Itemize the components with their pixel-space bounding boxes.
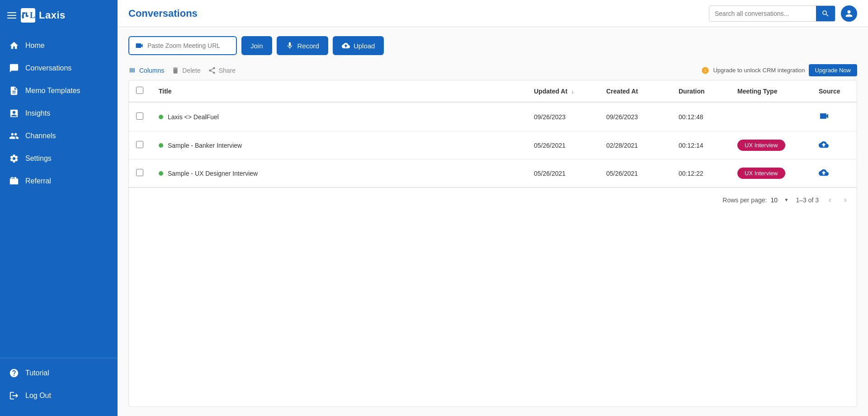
- upgrade-now-label: Upgrade Now: [815, 67, 851, 74]
- row-source: [811, 131, 857, 159]
- columns-label: Columns: [139, 67, 164, 74]
- rows-per-page: Rows per page: 102550100: [722, 196, 788, 204]
- table-toolbar: Columns Delete Share Upgrade to unlock C…: [128, 64, 857, 76]
- sidebar-item-channels[interactable]: Channels: [0, 125, 118, 147]
- info-icon: [701, 66, 709, 75]
- row-created-at: 09/26/2023: [599, 102, 671, 131]
- content-area: Join Record Upload Columns Delete: [118, 27, 868, 416]
- delete-button[interactable]: Delete: [171, 66, 200, 75]
- logo-area: L L Laxis: [21, 8, 66, 23]
- row-title: Sample - UX Designer Interview: [168, 170, 258, 177]
- sidebar-item-memo-templates[interactable]: Memo Templates: [0, 79, 118, 102]
- th-updated-at[interactable]: Updated At ↓: [527, 80, 599, 102]
- row-title-cell[interactable]: Sample - Banker Interview: [159, 142, 519, 149]
- upload-source-icon: [819, 172, 829, 179]
- referral-icon: [9, 176, 19, 186]
- user-avatar-icon: [844, 9, 854, 19]
- upgrade-message: Upgrade to unlock CRM integration: [713, 67, 805, 74]
- zoom-url-input-wrapper: [128, 36, 237, 55]
- table: Title Updated At ↓ Created At Duration: [129, 80, 857, 187]
- logo-icon: L L: [21, 8, 35, 23]
- th-source: Source: [811, 80, 857, 102]
- conversations-icon: [9, 63, 19, 73]
- columns-button[interactable]: Columns: [128, 66, 164, 75]
- menu-toggle[interactable]: [7, 12, 16, 19]
- prev-page-button[interactable]: ‹: [826, 194, 834, 206]
- record-button[interactable]: Record: [277, 36, 328, 55]
- row-title-cell[interactable]: Laxis <> DealFuel: [159, 113, 519, 121]
- row-duration: 00:12:22: [671, 159, 730, 187]
- status-dot: [159, 143, 163, 148]
- row-checkbox[interactable]: [136, 141, 143, 148]
- select-all-checkbox[interactable]: [136, 87, 143, 94]
- row-source: [811, 102, 857, 131]
- row-updated-at: 05/26/2021: [527, 159, 599, 187]
- delete-icon: [171, 66, 179, 75]
- sidebar-item-channels-label: Channels: [25, 132, 56, 140]
- sort-icon: ↓: [571, 89, 574, 95]
- search-input[interactable]: [709, 6, 816, 21]
- meeting-type-badge: UX Interview: [737, 140, 785, 151]
- page-info: 1–3 of 3: [796, 196, 819, 204]
- row-meeting-type: UX Interview: [730, 131, 811, 159]
- pagination: Rows per page: 102550100 1–3 of 3 ‹ ›: [129, 187, 857, 212]
- share-button[interactable]: Share: [208, 66, 236, 75]
- mic-icon: [286, 42, 294, 50]
- settings-icon: [9, 154, 19, 164]
- sidebar-item-tutorial-label: Tutorial: [25, 369, 49, 377]
- row-duration: 00:12:14: [671, 131, 730, 159]
- upload-icon: [342, 42, 350, 50]
- channels-icon: [9, 131, 19, 141]
- th-created-at: Created At: [599, 80, 671, 102]
- upload-source-icon: [819, 144, 829, 151]
- table-row: Laxis <> DealFuel 09/26/202309/26/202300…: [129, 102, 857, 131]
- top-bar: Conversations: [118, 0, 868, 27]
- upload-button[interactable]: Upload: [333, 36, 384, 55]
- rows-per-page-select[interactable]: 102550100: [770, 196, 788, 204]
- next-page-button[interactable]: ›: [841, 194, 849, 206]
- sidebar-bottom: Tutorial Log Out: [0, 358, 118, 416]
- sidebar-item-logout[interactable]: Log Out: [0, 384, 118, 407]
- sidebar-item-referral[interactable]: Referral: [0, 170, 118, 192]
- sidebar-item-tutorial[interactable]: Tutorial: [0, 362, 118, 384]
- home-icon: [9, 41, 19, 51]
- row-created-at: 05/26/2021: [599, 159, 671, 187]
- upgrade-now-button[interactable]: Upgrade Now: [809, 64, 858, 76]
- rows-select-wrapper: 102550100: [770, 196, 788, 204]
- sidebar-item-insights-label: Insights: [25, 109, 50, 117]
- row-checkbox[interactable]: [136, 112, 143, 120]
- record-label: Record: [297, 42, 319, 50]
- th-title: Title: [151, 80, 527, 102]
- action-bar: Join Record Upload: [128, 36, 857, 55]
- th-meeting-type: Meeting Type: [730, 80, 811, 102]
- sidebar-item-home[interactable]: Home: [0, 34, 118, 57]
- row-title-cell[interactable]: Sample - UX Designer Interview: [159, 170, 519, 177]
- insights-icon: [9, 108, 19, 118]
- search-button[interactable]: [816, 6, 835, 21]
- top-bar-right: [709, 5, 857, 22]
- sidebar-item-insights[interactable]: Insights: [0, 102, 118, 125]
- share-icon: [208, 66, 216, 75]
- main-content: Conversations Join: [118, 0, 868, 416]
- join-button[interactable]: Join: [241, 36, 272, 55]
- row-source: [811, 159, 857, 187]
- sidebar-item-conversations[interactable]: Conversations: [0, 57, 118, 79]
- row-meeting-type: [730, 102, 811, 131]
- logout-icon: [9, 391, 19, 401]
- search-icon: [821, 9, 830, 18]
- sidebar-item-logout-label: Log Out: [25, 392, 51, 400]
- join-label: Join: [250, 42, 263, 50]
- upload-label: Upload: [354, 42, 375, 50]
- th-duration: Duration: [671, 80, 730, 102]
- app-name: Laxis: [39, 9, 66, 21]
- zoom-url-input[interactable]: [147, 42, 231, 49]
- row-title: Sample - Banker Interview: [168, 142, 242, 149]
- table-row: Sample - UX Designer Interview 05/26/202…: [129, 159, 857, 187]
- sidebar-item-home-label: Home: [25, 42, 45, 50]
- video-camera-icon: [135, 41, 144, 50]
- user-avatar-button[interactable]: [841, 5, 857, 22]
- row-checkbox[interactable]: [136, 169, 143, 176]
- sidebar-item-settings[interactable]: Settings: [0, 147, 118, 170]
- row-title: Laxis <> DealFuel: [168, 113, 219, 121]
- sidebar-item-referral-label: Referral: [25, 177, 51, 185]
